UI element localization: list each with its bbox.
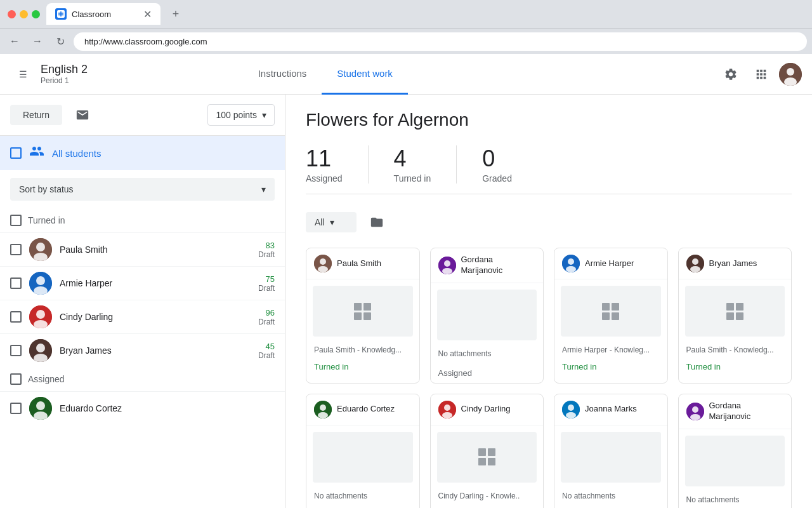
filter-select[interactable]: All ▾ [306,212,357,232]
card-header: Gordana Marijanovic [679,394,792,429]
student-card[interactable]: Gordana Marijanovic No attachments [678,394,792,508]
student-checkbox[interactable] [10,244,22,255]
card-status [431,503,544,508]
card-student-name: Joanna Marks [585,404,637,415]
card-header: Gordana Marijanovic [431,248,544,283]
close-dot[interactable] [8,10,16,18]
grid-icon [726,303,743,320]
main-content: Flowers for Algernon 11 Assigned 4 Turne… [285,95,812,508]
list-item[interactable]: Armie Harper 75 Draft [0,266,285,300]
menu-button[interactable]: ☰ [10,62,36,87]
tab-close-button[interactable]: ✕ [143,8,152,20]
folder-button[interactable] [364,210,390,235]
list-item[interactable]: Paula Smith 83 Draft [0,232,285,266]
sort-select[interactable]: Sort by status ▾ [10,178,275,201]
stats-row: 11 Assigned 4 Turned in 0 Graded [306,145,792,194]
student-card[interactable]: Joanna Marks No attachments [554,394,668,508]
student-card[interactable]: Armie Harper Armie Harper - Knowleg... T… [554,248,668,384]
card-student-name: Armie Harper [585,258,634,269]
card-student-name: Paula Smith [337,258,381,269]
card-student-name: Gordana Marijanovic [461,255,536,276]
card-avatar [314,255,332,272]
sort-label: Sort by status [19,184,74,194]
card-attachment [313,286,413,337]
new-tab-button[interactable]: + [167,5,185,23]
folder-icon [370,215,384,229]
browser-chrome: Classroom ✕ + [0,0,812,29]
sort-row: Sort by status ▾ [0,170,285,208]
assigned-section-checkbox[interactable] [10,373,22,385]
student-checkbox[interactable] [10,277,22,289]
svg-point-27 [566,266,576,272]
app-header: ☰ English 2 Period 1 Instructions Studen… [0,54,812,95]
student-name: Eduardo Cortez [60,403,267,413]
all-students-checkbox[interactable] [10,147,22,159]
class-period: Period 1 [41,76,88,85]
user-avatar[interactable] [779,63,802,86]
card-avatar [438,257,456,274]
maximize-dot[interactable] [32,10,40,18]
card-student-name: Bryan James [709,258,757,269]
apps-button[interactable] [749,62,774,87]
header-tabs: Instructions Student work [243,54,408,95]
svg-point-20 [320,258,326,265]
app-logo: English 2 Period 1 [41,63,88,85]
class-name: English 2 [41,63,88,76]
gear-icon [724,67,738,81]
avatar [29,238,52,261]
svg-point-2 [787,68,794,76]
card-avatar [438,401,456,418]
grid-icon [602,303,619,320]
card-attachment [561,286,661,337]
stat-graded-label: Graded [482,173,512,184]
back-button[interactable]: ← [5,32,24,51]
stat-turned-in: 4 Turned in [394,145,457,184]
return-button[interactable]: Return [10,105,62,125]
assigned-section-header: Assigned [0,367,285,391]
card-filename: Cindy Darling - Knowle.. [431,489,544,503]
all-students-row[interactable]: All students [0,136,285,170]
mail-button[interactable] [70,102,95,128]
card-no-attach: No attachments [306,489,419,505]
card-status [306,505,419,508]
settings-button[interactable] [718,62,743,87]
stat-assigned-number: 11 [306,145,331,172]
card-status [554,505,667,508]
list-item[interactable]: Eduardo Cortez [0,391,285,425]
stat-turned-in-label: Turned in [394,173,431,184]
stat-assigned: 11 Assigned [306,145,369,184]
card-no-attachment-area [561,432,661,483]
student-checkbox[interactable] [10,345,22,356]
svg-point-17 [36,401,45,410]
address-bar[interactable]: http://www.classroom.google.com [74,32,807,51]
main-layout: Return 100 points ▾ All students Sort by… [0,95,812,508]
student-card[interactable]: Bryan James Paula Smith - Knowledg... Tu… [678,248,792,384]
student-card[interactable]: Gordana Marijanovic No attachments Assig… [430,248,544,384]
points-label: 100 points [216,110,257,120]
browser-tab[interactable]: Classroom ✕ [46,3,160,25]
student-card[interactable]: Eduardo Cortez No attachments [306,394,420,508]
student-card[interactable]: Paula Smith Paula Smith - Knowledg... Tu… [306,248,420,384]
student-card[interactable]: Cindy Darling Cindy Darling - Knowle.. [430,394,544,508]
points-selector[interactable]: 100 points ▾ [207,104,275,126]
filter-dropdown-icon: ▾ [330,217,334,227]
turned-in-section-checkbox[interactable] [10,215,22,226]
card-header: Armie Harper [554,248,667,279]
list-item[interactable]: Cindy Darling 96 Draft [0,300,285,333]
svg-point-29 [692,258,698,265]
student-checkbox[interactable] [10,403,22,414]
tab-instructions[interactable]: Instructions [243,54,322,95]
stat-turned-in-number: 4 [394,145,407,172]
header-actions [718,62,802,87]
student-grade: 75 Draft [258,274,275,293]
grid-icon [478,448,495,465]
refresh-button[interactable]: ↻ [51,32,70,51]
student-checkbox[interactable] [10,311,22,323]
minimize-dot[interactable] [20,10,28,18]
forward-button[interactable]: → [28,32,47,51]
stat-graded: 0 Graded [482,145,537,184]
list-item[interactable]: Bryan James 45 Draft [0,333,285,367]
card-no-attach: No attachments [679,493,792,508]
card-filename: Paula Smith - Knowledg... [679,343,792,357]
tab-student-work[interactable]: Student work [322,54,408,95]
